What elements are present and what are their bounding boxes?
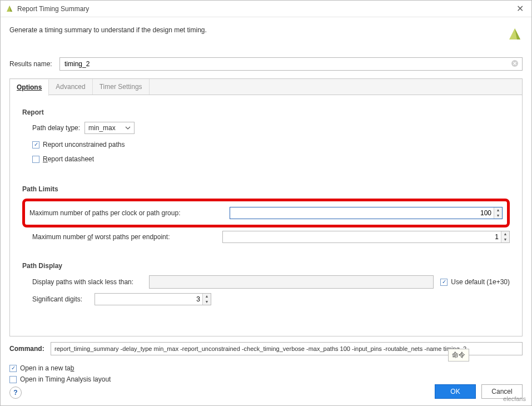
description-row: Generate a timing summary to understand … (9, 26, 523, 42)
footer-row: ✓ Open in a new tab Open in Timing Analy… (9, 361, 523, 399)
significant-digits-stepper: ▲ ▼ (202, 294, 211, 305)
section-path-display: Path Display (22, 262, 510, 270)
use-default-label: Use default (1e+30) (451, 278, 510, 286)
max-worst-stepper: ▲ ▼ (501, 231, 509, 242)
report-unconstrained-row: ✓ Report unconstrained paths (32, 141, 510, 148)
tabs-container: Options Advanced Timer Settings Report P… (9, 78, 523, 336)
max-paths-stepper: ▲ ▼ (494, 207, 502, 219)
max-paths-spinner[interactable]: ▲ ▼ (230, 207, 503, 219)
command-value: report_timing_summary -delay_type min_ma… (54, 345, 466, 352)
use-default-checkbox[interactable]: ✓ (440, 279, 448, 286)
max-paths-label: Maximum number of paths per clock or pat… (29, 209, 230, 217)
max-paths-up[interactable]: ▲ (494, 207, 502, 213)
sig-down[interactable]: ▼ (203, 299, 211, 305)
slack-input (153, 278, 430, 286)
command-label: Command: (9, 345, 51, 353)
description-text: Generate a timing summary to understand … (9, 26, 503, 34)
ok-button[interactable]: OK (435, 384, 476, 399)
results-name-input-wrap (59, 57, 523, 71)
open-new-tab-row: ✓ Open in a new tab (9, 364, 523, 372)
significant-digits-label: Significant digits: (32, 295, 95, 303)
max-worst-label: Maximum number of worst paths per endpoi… (32, 233, 222, 241)
open-layout-label: Open in Timing Analysis layout (20, 375, 111, 383)
app-icon (5, 4, 14, 13)
open-layout-checkbox[interactable] (9, 376, 17, 383)
max-paths-input[interactable] (230, 209, 494, 217)
command-row: Command: report_timing_summary -delay_ty… (9, 342, 523, 355)
window-title: Report Timing Summary (17, 5, 513, 13)
tab-options[interactable]: Options (10, 80, 49, 96)
brand-icon (507, 26, 523, 42)
tabstrip: Options Advanced Timer Settings (10, 79, 522, 95)
significant-digits-row: Significant digits: ▲ ▼ (32, 293, 510, 305)
options-pane: Report Path delay type: min_max ✓ Report… (10, 95, 522, 336)
help-icon[interactable]: ? (9, 387, 22, 399)
slack-label: Display paths with slack less than: (32, 278, 149, 286)
open-new-tab-checkbox[interactable]: ✓ (9, 365, 17, 372)
close-icon[interactable]: ✕ (513, 3, 527, 14)
dialog-window: Report Timing Summary ✕ Generate a timin… (0, 0, 532, 406)
results-name-label: Results name: (9, 60, 59, 68)
chevron-down-icon (125, 125, 131, 132)
max-worst-input[interactable] (223, 233, 501, 241)
max-paths-spinner-wrap: ▲ ▼ (230, 207, 503, 219)
path-delay-value: min_max (88, 124, 116, 132)
clear-icon[interactable] (511, 60, 519, 69)
path-delay-label: Path delay type: (32, 124, 80, 132)
footer-buttons: OK Cancel (435, 384, 523, 399)
report-datasheet-label: Report datasheet (43, 155, 94, 163)
max-paths-down[interactable]: ▼ (494, 213, 502, 219)
max-paths-row: Maximum number of paths per clock or pat… (29, 207, 503, 219)
open-new-tab-label: Open in a new tab (20, 364, 74, 372)
significant-digits-input[interactable] (95, 295, 202, 303)
content-area: Generate a timing summary to understand … (1, 17, 531, 405)
max-worst-row: Maximum number of worst paths per endpoi… (32, 231, 510, 243)
report-unconstrained-label: Report unconstrained paths (43, 141, 125, 148)
cancel-button[interactable]: Cancel (481, 384, 523, 399)
max-worst-up[interactable]: ▲ (501, 231, 509, 237)
open-layout-row: Open in Timing Analysis layout (9, 375, 523, 383)
highlighted-max-paths: Maximum number of paths per clock or pat… (22, 199, 510, 227)
report-unconstrained-checkbox[interactable]: ✓ (32, 141, 39, 148)
sig-up[interactable]: ▲ (203, 294, 211, 299)
tab-timer-settings[interactable]: Timer Settings (93, 79, 150, 95)
path-delay-row: Path delay type: min_max (32, 122, 510, 134)
path-delay-select[interactable]: min_max (84, 122, 135, 134)
section-report: Report (22, 108, 510, 116)
results-name-input[interactable] (63, 60, 511, 68)
report-datasheet-checkbox[interactable] (32, 156, 39, 163)
slack-input-wrap (149, 275, 434, 289)
tab-advanced[interactable]: Advanced (49, 79, 92, 95)
report-datasheet-row: Report datasheet (32, 155, 510, 163)
max-worst-spinner[interactable]: ▲ ▼ (222, 231, 510, 243)
max-worst-down[interactable]: ▼ (501, 237, 509, 242)
significant-digits-spinner[interactable]: ▲ ▼ (95, 293, 211, 305)
max-worst-spinner-wrap: ▲ ▼ (222, 231, 510, 243)
section-path-limits: Path Limits (22, 185, 510, 193)
results-name-row: Results name: (9, 57, 523, 71)
titlebar: Report Timing Summary ✕ (1, 1, 531, 17)
command-tooltip: 命令 (448, 349, 469, 362)
slack-row: Display paths with slack less than: ✓ Us… (32, 275, 510, 289)
